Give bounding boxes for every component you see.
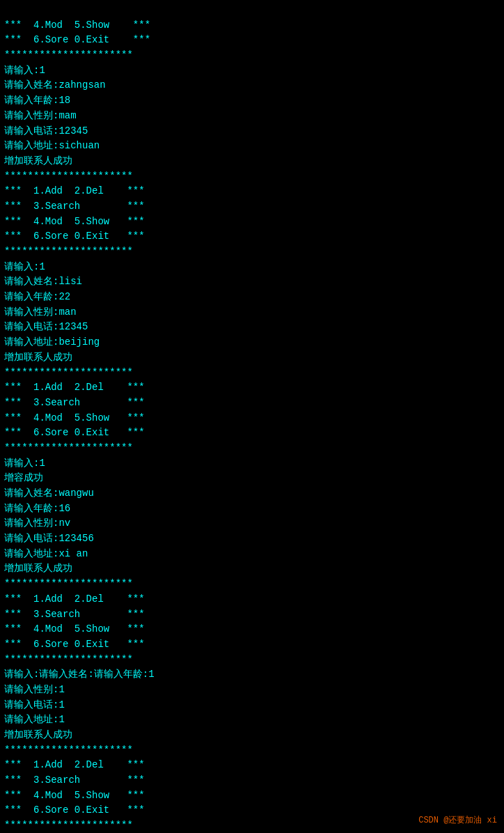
terminal-line-2: ********************** xyxy=(4,48,500,63)
terminal-line-35: 请输入地址:xi an xyxy=(4,547,500,562)
terminal-line-16: 请输入:1 xyxy=(4,260,500,275)
terminal-line-19: 请输入性别:man xyxy=(4,305,500,320)
terminal-line-24: *** 1.Add 2.Del *** xyxy=(4,380,500,396)
terminal-line-39: *** 3.Search *** xyxy=(4,607,500,623)
terminal-line-30: 增容成功 xyxy=(4,471,500,486)
terminal-line-49: *** 1.Add 2.Del *** xyxy=(4,758,500,773)
terminal-line-31: 请输入姓名:wangwu xyxy=(4,486,500,501)
terminal-line-38: *** 1.Add 2.Del *** xyxy=(4,592,500,607)
terminal-line-1: *** 6.Sore 0.Exit *** xyxy=(4,33,500,48)
terminal-line-25: *** 3.Search *** xyxy=(4,396,500,411)
terminal-line-40: *** 4.Mod 5.Show *** xyxy=(4,622,500,637)
terminal-output: *** 4.Mod 5.Show ****** 6.Sore 0.Exit **… xyxy=(0,0,504,833)
terminal-line-3: 请输入:1 xyxy=(4,63,500,79)
terminal-line-45: 请输入电话:1 xyxy=(4,698,500,713)
terminal-line-5: 请输入年龄:18 xyxy=(4,93,500,109)
terminal-line-43: 请输入:请输入姓名:请输入年龄:1 xyxy=(4,667,500,683)
terminal-line-27: *** 6.Sore 0.Exit *** xyxy=(4,426,500,441)
terminal-line-26: *** 4.Mod 5.Show *** xyxy=(4,411,500,426)
terminal-line-44: 请输入性别:1 xyxy=(4,683,500,698)
terminal-line-14: *** 6.Sore 0.Exit *** xyxy=(4,229,500,244)
terminal-line-13: *** 4.Mod 5.Show *** xyxy=(4,215,500,230)
watermark: CSDN @还要加油 xi xyxy=(418,814,497,826)
terminal-line-15: ********************** xyxy=(4,244,500,260)
terminal-line-34: 请输入电话:123456 xyxy=(4,531,500,547)
terminal-line-20: 请输入电话:12345 xyxy=(4,320,500,335)
terminal-line-41: *** 6.Sore 0.Exit *** xyxy=(4,637,500,653)
terminal-line-6: 请输入性别:mam xyxy=(4,109,500,124)
terminal-line-12: *** 3.Search *** xyxy=(4,199,500,215)
terminal-line-4: 请输入姓名:zahngsan xyxy=(4,78,500,93)
terminal-line-37: ********************** xyxy=(4,577,500,592)
terminal-line-28: ********************** xyxy=(4,441,500,456)
terminal-line-29: 请输入:1 xyxy=(4,456,500,472)
terminal-line-11: *** 1.Add 2.Del *** xyxy=(4,184,500,199)
terminal-line-50: *** 3.Search *** xyxy=(4,773,500,788)
terminal-line-7: 请输入电话:12345 xyxy=(4,124,500,139)
terminal-line-47: 增加联系人成功 xyxy=(4,728,500,743)
terminal-line-33: 请输入性别:nv xyxy=(4,516,500,531)
terminal-line-22: 增加联系人成功 xyxy=(4,350,500,366)
terminal-line-8: 请输入地址:sichuan xyxy=(4,139,500,154)
terminal-line-46: 请输入地址:1 xyxy=(4,713,500,728)
terminal-line-36: 增加联系人成功 xyxy=(4,561,500,577)
terminal-line-51: *** 4.Mod 5.Show *** xyxy=(4,788,500,804)
terminal-line-17: 请输入姓名:lisi xyxy=(4,274,500,290)
terminal-line-0: *** 4.Mod 5.Show *** xyxy=(4,18,500,33)
terminal-line-48: ********************** xyxy=(4,743,500,758)
terminal-line-23: ********************** xyxy=(4,366,500,381)
terminal-line-10: ********************** xyxy=(4,169,500,185)
terminal-line-21: 请输入地址:beijing xyxy=(4,335,500,350)
terminal-line-42: ********************** xyxy=(4,653,500,668)
terminal-line-18: 请输入年龄:22 xyxy=(4,290,500,305)
terminal-line-9: 增加联系人成功 xyxy=(4,154,500,169)
terminal-line-32: 请输入年龄:16 xyxy=(4,501,500,517)
